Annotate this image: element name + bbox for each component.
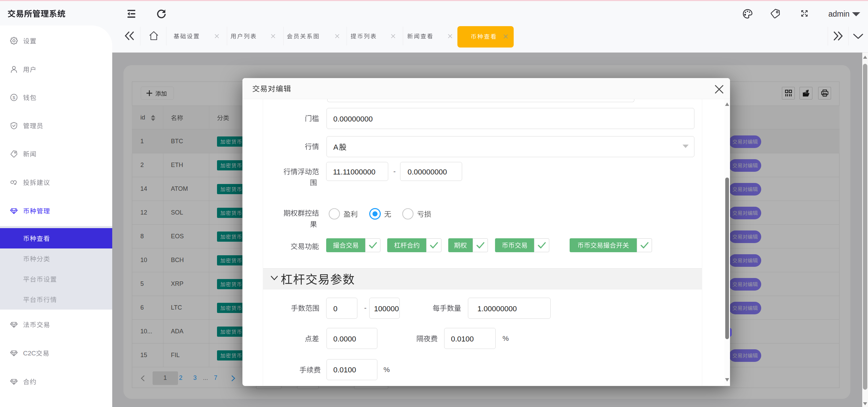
svg-text:$: $	[13, 95, 15, 100]
